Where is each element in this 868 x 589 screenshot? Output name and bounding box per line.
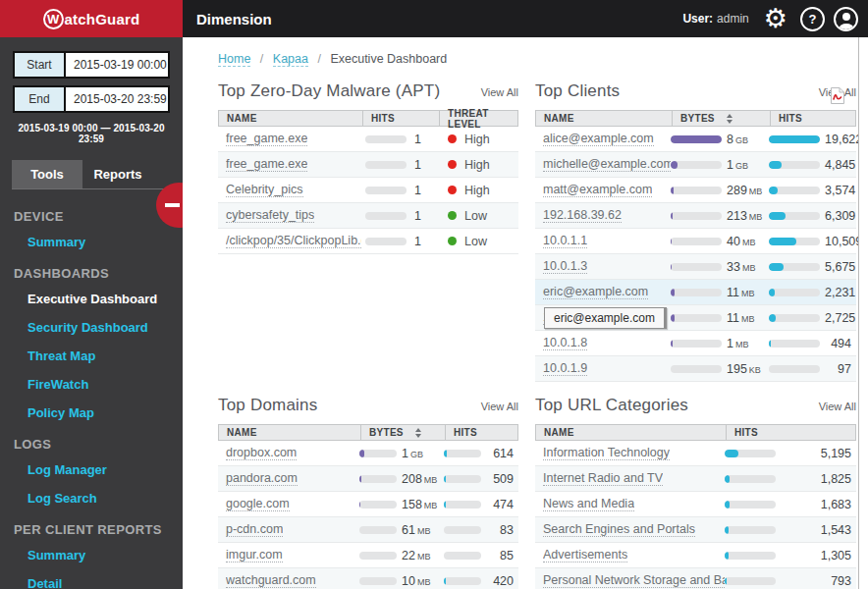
column-header-bytes[interactable]: BYTES xyxy=(360,425,445,440)
column-header-hits[interactable]: HITS xyxy=(770,111,855,126)
sidebar-item-log-manager[interactable]: Log Manager xyxy=(0,455,183,484)
row-name-link[interactable]: Personal Network Storage and Backup xyxy=(543,573,725,588)
sidebar-item-log-search[interactable]: Log Search xyxy=(0,484,183,512)
table-row[interactable]: Celebrity_pics1High xyxy=(218,178,518,203)
row-name-link[interactable]: alice@example.com xyxy=(543,132,654,146)
date-range-box: Start 2015-03-19 00:00 End 2015-03-20 23… xyxy=(0,37,183,144)
row-name-link[interactable]: p-cdn.com xyxy=(226,522,283,537)
row-name-link[interactable]: Celebrity_pics xyxy=(226,183,303,197)
hits-cell: 793 xyxy=(725,568,854,589)
table-row[interactable]: 10.0.1.140MB10,509 xyxy=(535,229,856,254)
table-row[interactable]: free_game.exe1High xyxy=(218,152,518,178)
row-name-link[interactable]: imgur.com xyxy=(226,548,283,562)
name-cell: Information Technology xyxy=(535,441,725,465)
column-header-hits[interactable]: HITS xyxy=(445,425,517,440)
sidebar-item-device-summary[interactable]: Summary xyxy=(0,228,183,256)
table-row[interactable]: Internet Radio and TV1,825 xyxy=(535,466,856,492)
tab-reports[interactable]: Reports xyxy=(82,160,153,188)
bytes-cell: 289MB xyxy=(671,178,769,202)
column-header-threat-level[interactable]: THREAT LEVEL xyxy=(439,111,517,126)
tab-tools[interactable]: Tools xyxy=(12,160,82,188)
row-name-link[interactable]: eric@example.com xyxy=(543,285,648,299)
bytes-cell: 10MB xyxy=(359,568,444,589)
section-per-client-reports: PER CLIENT REPORTS xyxy=(0,512,183,541)
table-row[interactable]: michelle@example.com1GB4,845 xyxy=(535,152,856,178)
usage-bar xyxy=(671,289,722,296)
row-name-link[interactable]: 10.0.1.3 xyxy=(543,259,587,274)
breadcrumb-kapaa[interactable]: Kapaa xyxy=(273,52,308,67)
table-row[interactable]: pandora.com208MB509 xyxy=(218,466,518,492)
view-all-link[interactable]: View All xyxy=(481,86,518,98)
start-value[interactable]: 2015-03-19 00:00 xyxy=(66,53,168,77)
table-row[interactable]: matt@example.com289MB3,574 xyxy=(535,178,856,203)
row-name-link[interactable]: free_game.exe xyxy=(226,157,307,172)
table-row[interactable]: dropbox.com1GB614 xyxy=(218,441,518,466)
table-row[interactable]: google.com158MB474 xyxy=(218,492,518,517)
table-row[interactable]: p-cdn.com61MB83 xyxy=(218,517,518,543)
sidebar-item-security-dashboard[interactable]: Security Dashboard xyxy=(0,313,183,342)
sidebar-item-client-summary[interactable]: Summary xyxy=(0,541,183,569)
column-header-name[interactable]: NAME xyxy=(536,425,726,440)
column-header-name[interactable]: NAME xyxy=(219,111,362,126)
table-row[interactable]: Advertisements1,305 xyxy=(535,543,856,568)
row-name-link[interactable]: cybersafety_tips xyxy=(226,208,314,223)
table-row[interactable]: cybersafety_tips1Low xyxy=(218,203,518,229)
table-row[interactable]: /clickpop/35/ClickpopLib.dll1Low xyxy=(218,229,518,254)
table-row[interactable]: 10.0.1.81MB494 xyxy=(535,331,856,356)
table-row[interactable]: 192.168.39.62213MB6,309 xyxy=(535,203,856,229)
column-header-hits[interactable]: HITS xyxy=(726,425,855,440)
row-name-link[interactable]: google.com xyxy=(226,497,290,511)
row-name-link[interactable]: Information Technology xyxy=(543,446,670,460)
table-row[interactable]: free_game.exe1High xyxy=(218,127,518,152)
table-row[interactable]: 10.0.1.9195KB97 xyxy=(535,356,856,382)
view-all-link[interactable]: View All xyxy=(819,401,856,412)
view-all-link[interactable]: View All xyxy=(481,401,518,412)
table-row[interactable]: Search Engines and Portals1,543 xyxy=(535,517,856,543)
gear-icon[interactable]: ⚙ xyxy=(764,6,787,32)
row-name-link[interactable]: dropbox.com xyxy=(226,446,297,460)
help-icon[interactable]: ? xyxy=(800,7,825,31)
sidebar-item-client-detail[interactable]: Detail xyxy=(0,569,183,589)
row-name-link[interactable]: 10.0.1.8 xyxy=(543,336,587,350)
row-name-link[interactable]: michelle@example.com xyxy=(543,157,671,172)
table-row[interactable]: Personal Network Storage and Backup793 xyxy=(535,568,856,589)
column-header-name[interactable]: NAME xyxy=(536,111,672,126)
row-name-link[interactable]: 10.0.1.9 xyxy=(543,361,587,376)
row-name-link[interactable]: watchguard.com xyxy=(226,573,316,588)
row-name-link[interactable]: Advertisements xyxy=(543,548,627,562)
table-row[interactable]: News and Media1,683 xyxy=(535,492,856,517)
table-row[interactable]: imgur.com22MB85 xyxy=(218,543,518,568)
column-header-name[interactable]: NAME xyxy=(219,425,360,440)
sidebar-item-executive-dashboard[interactable]: Executive Dashboard xyxy=(0,285,183,313)
table-row[interactable]: 1eric@example.com11MB2,725 xyxy=(535,305,856,331)
row-name-link[interactable]: News and Media xyxy=(543,497,634,511)
sidebar-item-threat-map[interactable]: Threat Map xyxy=(0,342,183,370)
start-date-field[interactable]: Start 2015-03-19 00:00 xyxy=(13,51,170,79)
row-name-link[interactable]: /clickpop/35/ClickpopLib.dll xyxy=(226,234,361,248)
table-row[interactable]: watchguard.com10MB420 xyxy=(218,568,518,589)
breadcrumb-home[interactable]: Home xyxy=(218,52,250,67)
row-name-link[interactable]: 192.168.39.62 xyxy=(543,208,622,223)
row-name-link[interactable]: 10.0.1.1 xyxy=(543,234,587,248)
end-value[interactable]: 2015-03-20 23:59 xyxy=(66,87,168,111)
bytes-unit: KB xyxy=(749,365,761,375)
row-name-link[interactable]: Internet Radio and TV xyxy=(543,471,663,486)
row-name-link[interactable]: matt@example.com xyxy=(543,183,652,197)
sidebar-item-firewatch[interactable]: FireWatch xyxy=(0,370,183,399)
row-name-link[interactable]: Search Engines and Portals xyxy=(543,522,695,537)
table-row[interactable]: Information Technology5,195 xyxy=(535,441,856,466)
end-date-field[interactable]: End 2015-03-20 23:59 xyxy=(13,85,170,113)
threat-label: Low xyxy=(464,235,487,248)
table-row[interactable]: 10.0.1.333MB5,675 xyxy=(535,254,856,280)
row-name-link[interactable]: free_game.exe xyxy=(226,132,307,146)
table-row[interactable]: alice@example.com8GB19,622 xyxy=(535,127,856,152)
watchguard-logo[interactable]: WatchGuard xyxy=(0,0,183,37)
row-name-link[interactable]: pandora.com xyxy=(226,471,298,486)
bytes-cell: 61MB xyxy=(359,517,444,542)
account-icon[interactable] xyxy=(834,7,858,31)
column-header-hits[interactable]: HITS xyxy=(362,111,439,126)
sidebar-item-policy-map[interactable]: Policy Map xyxy=(0,399,183,427)
table-row[interactable]: eric@example.com11MB2,231 xyxy=(535,280,856,305)
export-pdf-icon[interactable] xyxy=(830,86,845,109)
column-header-bytes[interactable]: BYTES xyxy=(672,111,770,126)
